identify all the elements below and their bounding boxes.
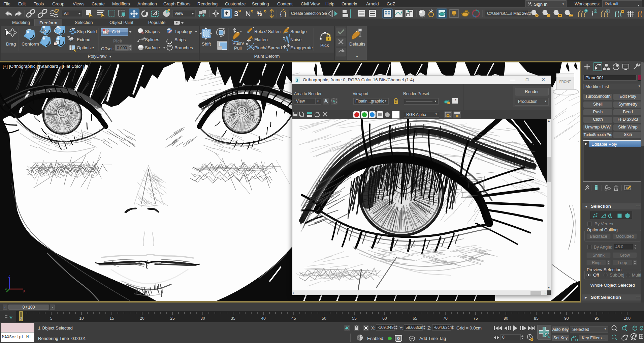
svg-text:A: A xyxy=(333,99,335,103)
svg-text:0.000: 0.000 xyxy=(117,46,127,50)
svg-text:Optimize: Optimize xyxy=(77,45,94,50)
svg-text:i: i xyxy=(592,11,593,17)
svg-text:80: 80 xyxy=(504,316,508,321)
svg-text:Exaggerate: Exaggerate xyxy=(290,45,313,50)
svg-text:Pull: Pull xyxy=(234,46,242,51)
svg-text:FRONT: FRONT xyxy=(559,80,571,84)
svg-text:Splines: Splines xyxy=(145,37,159,42)
svg-text:90: 90 xyxy=(564,316,569,321)
svg-text:Noise: Noise xyxy=(290,37,301,42)
svg-text:75: 75 xyxy=(473,316,478,321)
svg-text:10: 10 xyxy=(79,316,84,321)
svg-text:3: 3 xyxy=(234,9,238,18)
svg-text:Pick: Pick xyxy=(113,38,123,44)
svg-text:20: 20 xyxy=(140,316,144,321)
svg-text:%: % xyxy=(257,10,262,17)
svg-text:Create Selection Se: Create Selection Se xyxy=(291,11,327,16)
svg-text:100: 100 xyxy=(624,316,631,321)
svg-text:Y: Y xyxy=(5,288,7,292)
svg-text:55: 55 xyxy=(352,316,357,321)
svg-text:Z: Z xyxy=(8,275,10,278)
svg-text:{: { xyxy=(280,10,282,17)
svg-text:3: 3 xyxy=(296,78,298,83)
svg-text:Shift: Shift xyxy=(202,41,211,47)
svg-text:Strips: Strips xyxy=(174,37,186,42)
svg-text:40: 40 xyxy=(261,316,266,321)
svg-text:70: 70 xyxy=(443,316,448,321)
svg-text:45: 45 xyxy=(291,316,296,321)
svg-text:25: 25 xyxy=(170,316,175,321)
svg-text:Branches: Branches xyxy=(174,45,193,50)
svg-text:95: 95 xyxy=(594,316,599,321)
svg-text:Topology: Topology xyxy=(174,29,192,34)
svg-text:50: 50 xyxy=(322,316,326,321)
svg-text:Step Build: Step Build xyxy=(77,29,97,34)
svg-text:5: 5 xyxy=(50,316,53,321)
svg-text:Grid: Grid xyxy=(112,29,120,34)
svg-text:Flatten: Flatten xyxy=(254,37,268,42)
svg-text:0: 0 xyxy=(20,316,22,321)
svg-text:15: 15 xyxy=(109,316,114,321)
svg-text:Smudge: Smudge xyxy=(290,29,307,34)
svg-text:Extend: Extend xyxy=(77,37,90,42)
svg-text:30: 30 xyxy=(200,316,205,321)
svg-text:Defaults: Defaults xyxy=(349,41,365,47)
svg-text:Pinch/ Spread: Pinch/ Spread xyxy=(254,45,282,50)
svg-text:Surface: Surface xyxy=(145,45,160,50)
svg-text:Drag: Drag xyxy=(6,41,16,47)
svg-text:60: 60 xyxy=(382,316,387,321)
svg-text:Pick: Pick xyxy=(320,43,329,48)
svg-text:Relax/ Soften: Relax/ Soften xyxy=(254,29,281,34)
svg-text:C:\Users\C...s Max 2022: C:\Users\C...s Max 2022 xyxy=(487,11,531,16)
svg-text:35: 35 xyxy=(231,316,235,321)
svg-text:Shapes: Shapes xyxy=(145,29,160,34)
svg-text:View: View xyxy=(174,11,183,16)
svg-text:All: All xyxy=(64,11,68,16)
svg-text:+: + xyxy=(455,98,456,102)
svg-text:65: 65 xyxy=(413,316,417,321)
svg-text:Conform: Conform xyxy=(22,41,39,47)
svg-text:X: X xyxy=(23,289,26,293)
svg-text:85: 85 xyxy=(534,316,539,321)
svg-text:Offset:: Offset: xyxy=(101,46,114,51)
